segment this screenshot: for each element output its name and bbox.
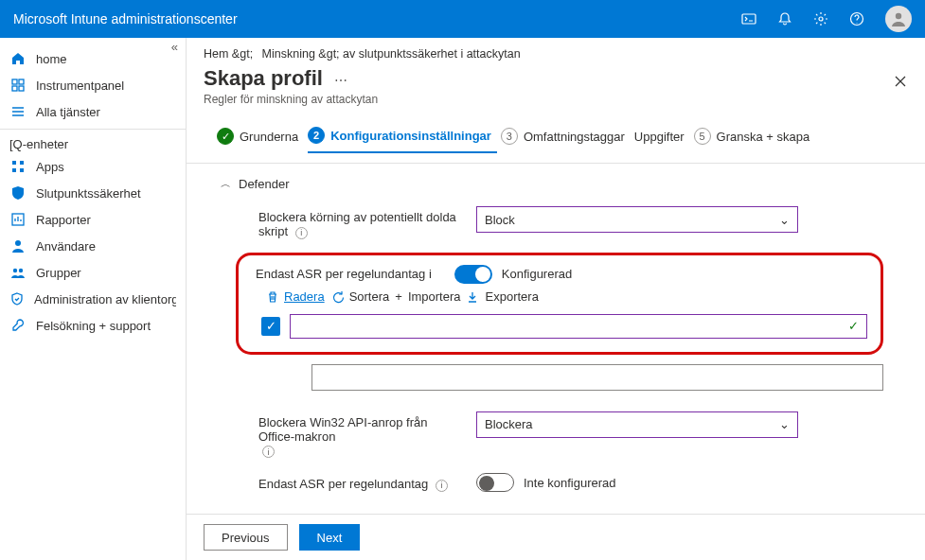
- sidebar-item-label: Rapporter: [36, 213, 91, 227]
- sidebar-item-apps[interactable]: Apps: [0, 153, 186, 180]
- sidebar-item-tenant-admin[interactable]: Administration av klientorganisation: [0, 286, 186, 312]
- sidebar-category: [Q-enheter: [0, 133, 186, 153]
- dashboard-icon: [9, 77, 27, 94]
- step-basics[interactable]: ✓ Grunderna: [217, 128, 304, 152]
- svg-rect-9: [12, 168, 16, 172]
- step-number-icon: 5: [694, 128, 711, 145]
- sidebar-item-label: Apps: [36, 160, 64, 174]
- next-button[interactable]: Next: [299, 524, 361, 551]
- sidebar-item-groups[interactable]: Grupper: [0, 259, 186, 286]
- sidebar-item-troubleshoot[interactable]: Felsökning + support: [0, 312, 186, 339]
- delete-button[interactable]: Radera: [265, 289, 325, 305]
- toggle-asr2[interactable]: [476, 473, 514, 492]
- setting-label-block-scripts: Blockera körning av potentiellt dolda sk…: [258, 206, 467, 239]
- highlight-box: Endast ASR per regelundantag i Konfigure…: [236, 253, 883, 355]
- valid-check-icon: ✓: [848, 319, 859, 333]
- home-icon: [9, 50, 27, 67]
- sort-button[interactable]: Sortera +: [330, 289, 402, 305]
- step-number-icon: 2: [308, 127, 325, 144]
- svg-point-3: [896, 13, 901, 19]
- shield-icon: [9, 184, 27, 201]
- setting-label-block-win32: Blockera Win32 API-anrop från Office-mak…: [258, 411, 467, 459]
- more-icon[interactable]: ⋯: [334, 73, 347, 88]
- sidebar-item-label: Grupper: [36, 266, 81, 280]
- notifications-icon[interactable]: [768, 2, 802, 36]
- setting-label-asr-exclusions: Endast ASR per regelundantag i: [256, 267, 432, 281]
- sidebar-item-label: Användare: [36, 239, 96, 254]
- sidebar: « home Instrumentpanel Alla tjänster [Q-…: [0, 38, 187, 560]
- sidebar-item-allservices[interactable]: Alla tjänster: [0, 98, 186, 125]
- sidebar-item-users[interactable]: Användare: [0, 233, 186, 259]
- apps-icon: [9, 158, 27, 175]
- import-button[interactable]: Importera: [408, 289, 480, 305]
- sidebar-item-label: Administration av klientorganisation: [34, 292, 176, 306]
- sidebar-item-label: Felsökning + support: [36, 319, 151, 333]
- chevron-down-icon: ⌄: [779, 213, 790, 227]
- info-icon[interactable]: i: [262, 446, 275, 458]
- cloud-shell-icon[interactable]: [732, 2, 766, 36]
- info-icon[interactable]: i: [429, 267, 432, 281]
- section-defender[interactable]: ︿ Defender: [217, 173, 902, 201]
- svg-rect-5: [19, 79, 24, 84]
- empty-input[interactable]: [311, 364, 883, 391]
- admin-icon: [9, 290, 25, 307]
- info-icon[interactable]: i: [436, 480, 448, 492]
- step-config[interactable]: 2 Konfigurationsinställningar: [308, 127, 497, 153]
- close-icon[interactable]: [889, 70, 912, 93]
- svg-point-1: [819, 17, 823, 21]
- svg-point-15: [19, 269, 23, 272]
- chevron-up-icon: ︿: [221, 177, 231, 191]
- previous-button[interactable]: Previous: [204, 524, 288, 551]
- sidebar-item-label: home: [36, 52, 67, 66]
- wrench-icon: [9, 317, 27, 334]
- breadcrumb: Hem &gt; Minskning &gt; av slutpunktssäk…: [187, 38, 925, 64]
- svg-rect-7: [19, 86, 24, 91]
- refresh-icon: [330, 289, 346, 305]
- list-icon: [9, 103, 27, 120]
- svg-rect-8: [12, 161, 16, 165]
- page-subtitle: Regler för minskning av attackytan: [204, 93, 908, 106]
- breadcrumb-current[interactable]: Minskning &gt; av slutpunktssäkerhet i a…: [262, 47, 521, 61]
- collapse-sidebar-icon[interactable]: «: [171, 40, 178, 54]
- page-title: Skapa profil: [204, 66, 323, 91]
- wizard-steps: ✓ Grunderna 2 Konfigurationsinställninga…: [187, 108, 925, 164]
- user-icon: [9, 237, 27, 254]
- svg-rect-6: [12, 86, 17, 91]
- sidebar-item-dashboard[interactable]: Instrumentpanel: [0, 72, 186, 98]
- select-block-scripts[interactable]: Block ⌄: [476, 206, 798, 233]
- step-scope[interactable]: 3 Omfattningstaggar: [501, 128, 631, 152]
- exclusion-input[interactable]: ✓: [290, 314, 867, 339]
- step-number-icon: 3: [501, 128, 518, 145]
- settings-icon[interactable]: [804, 2, 838, 36]
- sidebar-item-reports[interactable]: Rapporter: [0, 206, 186, 233]
- svg-rect-10: [20, 161, 24, 165]
- groups-icon: [9, 264, 27, 281]
- download-icon: [465, 289, 480, 305]
- step-review[interactable]: 5 Granska + skapa: [694, 128, 816, 152]
- svg-rect-0: [742, 14, 756, 24]
- svg-point-13: [15, 240, 21, 246]
- sidebar-item-label: Instrumentpanel: [36, 79, 124, 93]
- export-button[interactable]: Exportera: [486, 289, 539, 304]
- svg-rect-4: [12, 79, 17, 84]
- sidebar-item-endpoint-security[interactable]: Slutpunktssäkerhet: [0, 180, 186, 206]
- toggle-label: Konfigurerad: [502, 267, 572, 281]
- trash-icon: [265, 289, 280, 305]
- checkbox-row[interactable]: ✓: [261, 317, 280, 336]
- app-title: Microsoft Intune administrationscenter: [13, 11, 732, 26]
- svg-point-14: [13, 269, 17, 272]
- toggle-label: Inte konfigurerad: [524, 476, 616, 490]
- sidebar-item-label: Slutpunktssäkerhet: [36, 186, 141, 201]
- step-assignments[interactable]: Uppgifter: [634, 130, 690, 151]
- check-icon: ✓: [217, 128, 234, 145]
- sidebar-item-label: Alla tjänster: [36, 105, 100, 119]
- select-block-win32[interactable]: Blockera ⌄: [476, 411, 798, 438]
- info-icon[interactable]: i: [295, 227, 308, 239]
- avatar[interactable]: [885, 6, 912, 32]
- help-icon[interactable]: [840, 2, 874, 36]
- toggle-asr[interactable]: [454, 265, 492, 284]
- chevron-down-icon: ⌄: [779, 417, 790, 431]
- reports-icon: [9, 211, 27, 228]
- sidebar-item-home[interactable]: home: [0, 45, 186, 72]
- breadcrumb-home[interactable]: Hem &gt;: [204, 47, 253, 61]
